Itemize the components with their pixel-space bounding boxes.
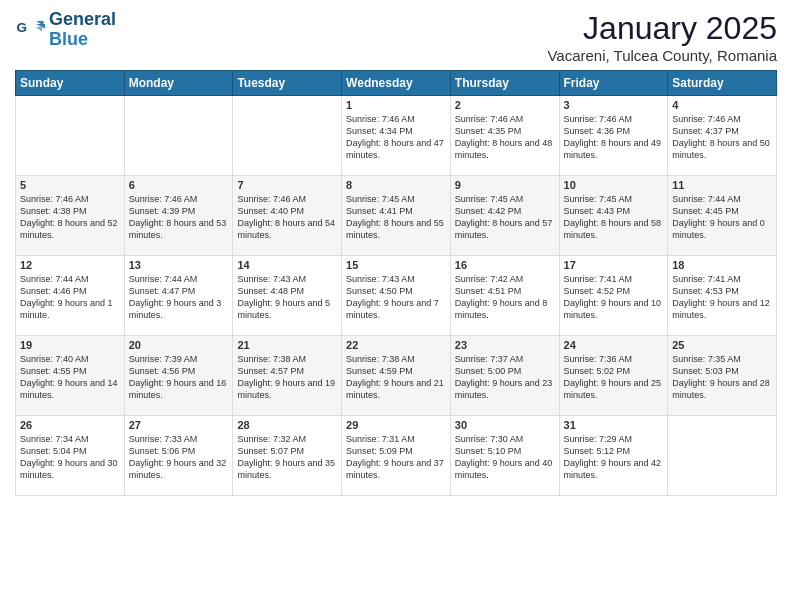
calendar-body: 1Sunrise: 7:46 AM Sunset: 4:34 PM Daylig… <box>16 96 777 496</box>
calendar-cell: 19Sunrise: 7:40 AM Sunset: 4:55 PM Dayli… <box>16 336 125 416</box>
date-number: 21 <box>237 339 337 351</box>
calendar-cell: 3Sunrise: 7:46 AM Sunset: 4:36 PM Daylig… <box>559 96 668 176</box>
cell-sun-info: Sunrise: 7:37 AM Sunset: 5:00 PM Dayligh… <box>455 353 555 402</box>
calendar-cell: 17Sunrise: 7:41 AM Sunset: 4:52 PM Dayli… <box>559 256 668 336</box>
svg-text:G: G <box>17 19 28 34</box>
calendar-cell <box>124 96 233 176</box>
cell-sun-info: Sunrise: 7:46 AM Sunset: 4:39 PM Dayligh… <box>129 193 229 242</box>
weekday-header-cell: Friday <box>559 71 668 96</box>
logo-icon: G <box>15 15 45 45</box>
cell-sun-info: Sunrise: 7:34 AM Sunset: 5:04 PM Dayligh… <box>20 433 120 482</box>
calendar-cell: 1Sunrise: 7:46 AM Sunset: 4:34 PM Daylig… <box>342 96 451 176</box>
cell-sun-info: Sunrise: 7:46 AM Sunset: 4:36 PM Dayligh… <box>564 113 664 162</box>
calendar-week-row: 12Sunrise: 7:44 AM Sunset: 4:46 PM Dayli… <box>16 256 777 336</box>
calendar-week-row: 26Sunrise: 7:34 AM Sunset: 5:04 PM Dayli… <box>16 416 777 496</box>
weekday-header-cell: Thursday <box>450 71 559 96</box>
page-container: G General Blue January 2025 Vacareni, Tu… <box>0 0 792 506</box>
calendar-cell: 29Sunrise: 7:31 AM Sunset: 5:09 PM Dayli… <box>342 416 451 496</box>
calendar-cell <box>668 416 777 496</box>
calendar-cell: 15Sunrise: 7:43 AM Sunset: 4:50 PM Dayli… <box>342 256 451 336</box>
date-number: 17 <box>564 259 664 271</box>
cell-sun-info: Sunrise: 7:33 AM Sunset: 5:06 PM Dayligh… <box>129 433 229 482</box>
date-number: 11 <box>672 179 772 191</box>
cell-sun-info: Sunrise: 7:44 AM Sunset: 4:47 PM Dayligh… <box>129 273 229 322</box>
calendar-cell: 5Sunrise: 7:46 AM Sunset: 4:38 PM Daylig… <box>16 176 125 256</box>
cell-sun-info: Sunrise: 7:46 AM Sunset: 4:34 PM Dayligh… <box>346 113 446 162</box>
cell-sun-info: Sunrise: 7:40 AM Sunset: 4:55 PM Dayligh… <box>20 353 120 402</box>
header: G General Blue January 2025 Vacareni, Tu… <box>15 10 777 64</box>
cell-sun-info: Sunrise: 7:41 AM Sunset: 4:52 PM Dayligh… <box>564 273 664 322</box>
calendar-cell: 28Sunrise: 7:32 AM Sunset: 5:07 PM Dayli… <box>233 416 342 496</box>
cell-sun-info: Sunrise: 7:44 AM Sunset: 4:45 PM Dayligh… <box>672 193 772 242</box>
calendar-cell: 23Sunrise: 7:37 AM Sunset: 5:00 PM Dayli… <box>450 336 559 416</box>
calendar-cell: 14Sunrise: 7:43 AM Sunset: 4:48 PM Dayli… <box>233 256 342 336</box>
calendar-cell: 24Sunrise: 7:36 AM Sunset: 5:02 PM Dayli… <box>559 336 668 416</box>
calendar-cell: 27Sunrise: 7:33 AM Sunset: 5:06 PM Dayli… <box>124 416 233 496</box>
weekday-header-cell: Sunday <box>16 71 125 96</box>
location-subtitle: Vacareni, Tulcea County, Romania <box>547 47 777 64</box>
date-number: 12 <box>20 259 120 271</box>
weekday-header-cell: Wednesday <box>342 71 451 96</box>
calendar-cell <box>233 96 342 176</box>
cell-sun-info: Sunrise: 7:30 AM Sunset: 5:10 PM Dayligh… <box>455 433 555 482</box>
cell-sun-info: Sunrise: 7:29 AM Sunset: 5:12 PM Dayligh… <box>564 433 664 482</box>
calendar-cell: 4Sunrise: 7:46 AM Sunset: 4:37 PM Daylig… <box>668 96 777 176</box>
weekday-header-cell: Tuesday <box>233 71 342 96</box>
date-number: 13 <box>129 259 229 271</box>
cell-sun-info: Sunrise: 7:38 AM Sunset: 4:59 PM Dayligh… <box>346 353 446 402</box>
date-number: 25 <box>672 339 772 351</box>
calendar-cell: 6Sunrise: 7:46 AM Sunset: 4:39 PM Daylig… <box>124 176 233 256</box>
date-number: 14 <box>237 259 337 271</box>
cell-sun-info: Sunrise: 7:46 AM Sunset: 4:38 PM Dayligh… <box>20 193 120 242</box>
cell-sun-info: Sunrise: 7:45 AM Sunset: 4:42 PM Dayligh… <box>455 193 555 242</box>
cell-sun-info: Sunrise: 7:42 AM Sunset: 4:51 PM Dayligh… <box>455 273 555 322</box>
date-number: 22 <box>346 339 446 351</box>
calendar-cell: 7Sunrise: 7:46 AM Sunset: 4:40 PM Daylig… <box>233 176 342 256</box>
calendar-week-row: 1Sunrise: 7:46 AM Sunset: 4:34 PM Daylig… <box>16 96 777 176</box>
calendar-cell: 2Sunrise: 7:46 AM Sunset: 4:35 PM Daylig… <box>450 96 559 176</box>
calendar-week-row: 5Sunrise: 7:46 AM Sunset: 4:38 PM Daylig… <box>16 176 777 256</box>
date-number: 30 <box>455 419 555 431</box>
date-number: 3 <box>564 99 664 111</box>
calendar-cell <box>16 96 125 176</box>
calendar-cell: 21Sunrise: 7:38 AM Sunset: 4:57 PM Dayli… <box>233 336 342 416</box>
date-number: 1 <box>346 99 446 111</box>
date-number: 6 <box>129 179 229 191</box>
date-number: 26 <box>20 419 120 431</box>
date-number: 8 <box>346 179 446 191</box>
date-number: 15 <box>346 259 446 271</box>
calendar-week-row: 19Sunrise: 7:40 AM Sunset: 4:55 PM Dayli… <box>16 336 777 416</box>
logo-text: General Blue <box>49 10 116 50</box>
date-number: 29 <box>346 419 446 431</box>
calendar-cell: 13Sunrise: 7:44 AM Sunset: 4:47 PM Dayli… <box>124 256 233 336</box>
date-number: 5 <box>20 179 120 191</box>
calendar-cell: 16Sunrise: 7:42 AM Sunset: 4:51 PM Dayli… <box>450 256 559 336</box>
calendar-cell: 26Sunrise: 7:34 AM Sunset: 5:04 PM Dayli… <box>16 416 125 496</box>
cell-sun-info: Sunrise: 7:43 AM Sunset: 4:48 PM Dayligh… <box>237 273 337 322</box>
cell-sun-info: Sunrise: 7:38 AM Sunset: 4:57 PM Dayligh… <box>237 353 337 402</box>
calendar-cell: 18Sunrise: 7:41 AM Sunset: 4:53 PM Dayli… <box>668 256 777 336</box>
weekday-header-cell: Monday <box>124 71 233 96</box>
calendar-cell: 9Sunrise: 7:45 AM Sunset: 4:42 PM Daylig… <box>450 176 559 256</box>
date-number: 19 <box>20 339 120 351</box>
svg-marker-3 <box>36 27 42 32</box>
date-number: 20 <box>129 339 229 351</box>
date-number: 9 <box>455 179 555 191</box>
calendar-table: SundayMondayTuesdayWednesdayThursdayFrid… <box>15 70 777 496</box>
date-number: 23 <box>455 339 555 351</box>
calendar-cell: 8Sunrise: 7:45 AM Sunset: 4:41 PM Daylig… <box>342 176 451 256</box>
logo: G General Blue <box>15 10 116 50</box>
cell-sun-info: Sunrise: 7:44 AM Sunset: 4:46 PM Dayligh… <box>20 273 120 322</box>
weekday-header-row: SundayMondayTuesdayWednesdayThursdayFrid… <box>16 71 777 96</box>
date-number: 24 <box>564 339 664 351</box>
date-number: 16 <box>455 259 555 271</box>
cell-sun-info: Sunrise: 7:39 AM Sunset: 4:56 PM Dayligh… <box>129 353 229 402</box>
cell-sun-info: Sunrise: 7:45 AM Sunset: 4:41 PM Dayligh… <box>346 193 446 242</box>
cell-sun-info: Sunrise: 7:45 AM Sunset: 4:43 PM Dayligh… <box>564 193 664 242</box>
date-number: 28 <box>237 419 337 431</box>
date-number: 10 <box>564 179 664 191</box>
date-number: 4 <box>672 99 772 111</box>
cell-sun-info: Sunrise: 7:36 AM Sunset: 5:02 PM Dayligh… <box>564 353 664 402</box>
calendar-cell: 12Sunrise: 7:44 AM Sunset: 4:46 PM Dayli… <box>16 256 125 336</box>
cell-sun-info: Sunrise: 7:35 AM Sunset: 5:03 PM Dayligh… <box>672 353 772 402</box>
